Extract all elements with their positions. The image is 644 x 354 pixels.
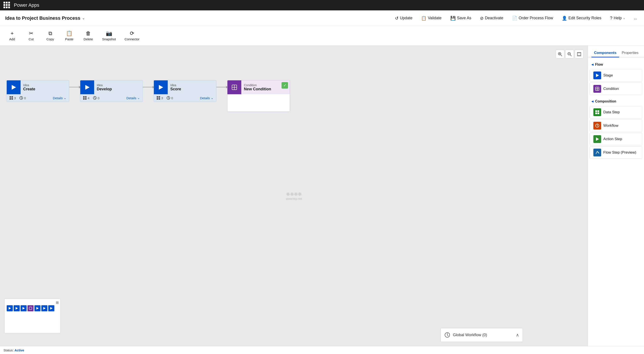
connector-button[interactable]: ⟳ Connector (121, 29, 143, 43)
zoom-in-button[interactable] (556, 50, 564, 59)
mini-block-1 (7, 305, 13, 311)
svg-rect-17 (83, 98, 84, 100)
save-as-button[interactable]: 💾 Save As (448, 15, 473, 22)
delete-icon: 🗑 (86, 30, 91, 36)
svg-rect-15 (83, 96, 84, 98)
status-value: Active (14, 348, 24, 352)
title-left: Idea to Project Business Process ⌄ (5, 15, 85, 21)
stage-icon-score (154, 80, 168, 94)
watermark: ❈❈❈❈ www.bkp.net (286, 192, 302, 200)
steps-count-develop: 4 (88, 96, 89, 100)
stage-title-develop: Idea Develop (94, 83, 114, 92)
paste-button[interactable]: 📋 Paste (60, 29, 78, 43)
condition-name: New Condition (244, 87, 271, 91)
condition-component-icon (593, 85, 601, 93)
delete-button[interactable]: 🗑 Delete (80, 29, 97, 43)
data-step-component-icon (593, 108, 601, 116)
validate-button[interactable]: 📋 Validate (420, 15, 444, 22)
more-button[interactable]: ... (632, 15, 639, 21)
waffle-icon[interactable] (4, 2, 10, 9)
stage-title-score: Idea Score (168, 83, 184, 92)
global-workflow-bar[interactable]: Global Workflow (0) ∧ (440, 328, 523, 342)
cut-label: Cut (28, 37, 34, 41)
stage-workflows-develop: 0 (93, 96, 99, 100)
stage-title-create: Idea Create (20, 83, 38, 92)
panel-tabs: Components Properties (588, 49, 644, 57)
svg-rect-24 (158, 98, 160, 100)
svg-marker-46 (596, 137, 599, 141)
stage-idea-score-header: Idea Score (154, 80, 216, 94)
paste-label: Paste (65, 37, 73, 41)
details-create[interactable]: Details ⌄ (53, 96, 66, 100)
stage-component-icon (593, 72, 601, 79)
data-step-component-label: Data Step (603, 110, 620, 114)
panel-item-action-step[interactable]: Action Step (590, 133, 642, 145)
section-flow-header[interactable]: ◀ Flow (588, 61, 644, 68)
section-composition-label: Composition (595, 99, 616, 103)
steps-count-score: 3 (161, 96, 163, 100)
copy-button[interactable]: ⧉ Copy (42, 29, 59, 43)
fit-view-button[interactable] (575, 50, 584, 59)
update-icon: ↺ (395, 16, 398, 21)
section-composition-header[interactable]: ◀ Composition (588, 98, 644, 105)
edit-security-roles-icon: 👤 (562, 16, 567, 21)
title-dropdown-icon[interactable]: ⌄ (82, 16, 85, 20)
mini-block-7 (48, 305, 54, 311)
title-bar: Idea to Project Business Process ⌄ ↺ Upd… (0, 11, 644, 26)
stage-icon-create (7, 80, 20, 94)
save-as-label: Save As (457, 16, 471, 20)
details-chevron-create: ⌄ (64, 96, 66, 100)
action-step-component-icon (593, 135, 601, 143)
condition-check-button[interactable]: ✓ (282, 82, 288, 89)
edit-security-roles-label: Edit Security Roles (568, 16, 601, 20)
cut-button[interactable]: ✂ Cut (22, 29, 40, 43)
stage-name-develop: Develop (97, 87, 112, 91)
condition-new-condition[interactable]: Condition New Condition ✓ ✕ (227, 80, 290, 112)
panel-item-workflow[interactable]: Workflow (590, 119, 642, 132)
toolbar: + Add ✂ Cut ⧉ Copy 📋 Paste 🗑 Delete 📷 Sn… (0, 26, 644, 46)
svg-rect-11 (10, 98, 11, 100)
stage-label-create: Idea (23, 83, 35, 87)
condition-body (228, 94, 290, 112)
details-score[interactable]: Details ⌄ (200, 96, 214, 100)
minimap-expand-button[interactable]: ⊞ (56, 300, 59, 305)
tab-components[interactable]: Components (592, 49, 619, 57)
stage-label-develop: Idea (97, 83, 112, 87)
zoom-out-button[interactable] (565, 50, 574, 59)
section-composition-arrow-icon: ◀ (592, 100, 593, 103)
top-bar: Power Apps (0, 0, 644, 11)
edit-security-roles-button[interactable]: 👤 Edit Security Roles (560, 15, 603, 22)
panel-item-stage[interactable]: Stage (590, 69, 642, 82)
update-button[interactable]: ↺ Update (393, 15, 414, 22)
stage-idea-develop[interactable]: Idea Develop 4 0 Details ⌄ (80, 80, 143, 102)
snapshot-button[interactable]: 📷 Snapshot (99, 29, 119, 43)
stage-idea-score[interactable]: Idea Score 3 0 Details ⌄ (154, 80, 216, 102)
stage-idea-create[interactable]: Idea Create 3 0 Details ⌄ (6, 80, 69, 102)
svg-marker-30 (16, 307, 18, 310)
panel-item-condition[interactable]: Condition (590, 83, 642, 95)
minimap: ⊞ (4, 298, 60, 333)
help-button[interactable]: ? Help ⌄ (608, 15, 627, 22)
tab-properties[interactable]: Properties (619, 49, 641, 57)
svg-rect-10 (12, 96, 13, 98)
deactivate-label: Deactivate (485, 16, 503, 20)
help-chevron-icon: ⌄ (623, 17, 625, 20)
details-develop[interactable]: Details ⌄ (126, 96, 140, 100)
delete-label: Delete (84, 37, 93, 41)
condition-icon (228, 80, 241, 94)
stage-workflows-score: 0 (166, 96, 173, 100)
add-button[interactable]: + Add (4, 29, 21, 43)
panel-item-flow-step[interactable]: Flow Step (Preview) (590, 146, 642, 159)
deactivate-button[interactable]: ⊘ Deactivate (478, 15, 505, 22)
stage-name-create: Create (23, 87, 35, 91)
global-workflow-label: Global Workflow (0) (453, 333, 513, 337)
order-process-flow-button[interactable]: 📄 Order Process Flow (510, 15, 555, 22)
canvas[interactable]: Idea Create 3 0 Details ⌄ (0, 46, 588, 346)
stage-idea-create-header: Idea Create (7, 80, 69, 94)
stage-steps-develop: 4 (83, 96, 89, 100)
global-workflow-chevron-icon[interactable]: ∧ (516, 332, 519, 337)
svg-rect-16 (85, 96, 86, 98)
deactivate-icon: ⊘ (480, 16, 484, 21)
panel-item-data-step[interactable]: Data Step (590, 106, 642, 118)
mini-block-4 (28, 305, 34, 311)
